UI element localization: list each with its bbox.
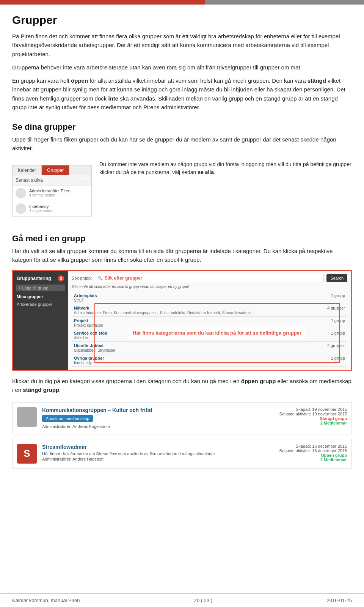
cat-sub: Projekt kalmar.se <box>74 323 103 327</box>
group-type-1: Stängd grupp <box>279 416 347 421</box>
mock-body: Senast aktiva ... Admin intranätet Piren… <box>13 175 91 217</box>
cat-name: Projekt <box>74 318 88 323</box>
callout-text-1: Du kommer inte vara medlem av någon grup… <box>99 161 351 176</box>
page-content: Grupper På Piren finns det och kommer at… <box>0 5 364 499</box>
bottom-text-3: . <box>59 387 61 393</box>
cat-sub: Innebandy <box>74 361 92 365</box>
group-cards: Kommunikationsgruppen – Kultur och friti… <box>12 402 352 469</box>
group-members-2: 2 Medlemmar <box>279 458 347 462</box>
avatar <box>17 407 37 427</box>
footer-right: 2016-01-25 <box>326 598 352 603</box>
cat-sub: Admin Intranätet Piren, Kommunikationsgr… <box>74 311 251 315</box>
cat-count: 2 grupper <box>317 342 347 354</box>
search-placeholder: Sök efter grupper <box>104 275 142 281</box>
avatar: S <box>17 444 37 464</box>
group-card-2: S Streamflowadmin Här finner du informat… <box>12 439 352 469</box>
group-admin-1: Administratörer: Andreas Fogelström <box>42 424 274 429</box>
gms-title: Grupphantering 3 <box>13 274 68 283</box>
bold-oppen: öppen <box>71 77 88 84</box>
bottom-para: Klickar du in dig på en kategori visas g… <box>12 377 352 395</box>
cat-count: 1 grupp <box>317 317 347 329</box>
bottom-bold-2: stängd grupp <box>23 387 59 393</box>
group-activity-2: Senaste aktivitet: 16 december 2015 <box>279 448 347 453</box>
groups-mock-section: Kalender Grupper Senast aktiva ... Admin… <box>12 159 352 223</box>
bold-stangd: stängd <box>308 77 326 84</box>
bar-red <box>0 0 205 5</box>
footer-left: Kalmar kommun, manual Piren <box>12 598 80 603</box>
cat-count: 1 grupp <box>317 354 347 367</box>
se-dina-grupper-text: Uppe till höger finns fliken grupper och… <box>12 135 352 153</box>
cat-name: Övriga grupper <box>74 356 104 360</box>
group-mgmt-main: Sök grupp: 🔍 Sök efter grupper Search Gl… <box>68 271 351 370</box>
se-dina-grupper-title: Se dina grupper <box>12 122 352 132</box>
group-members-1: 2 Medlemmar <box>279 421 347 425</box>
cat-count: 1 grupp <box>317 292 347 304</box>
category-table: ArbetsplatsStrUT 1 grupp NätverkAdmin In… <box>72 292 347 367</box>
bold-inte: inte <box>108 95 118 102</box>
cat-sub: Slipsklubben, Stryktipset <box>74 348 115 352</box>
search-label: Sök grupp: <box>72 276 92 280</box>
category-section: ArbetsplatsStrUT 1 grupp NätverkAdmin In… <box>72 292 347 367</box>
tab-kalender[interactable]: Kalender <box>13 165 42 175</box>
group-card-btn-1[interactable]: Ansök om medlemskap <box>42 415 93 422</box>
group-card-info-2: Streamflowadmin Här finner du informatio… <box>42 444 274 462</box>
table-row: Utanför JobbetSlipsklubben, Stryktipset … <box>72 342 347 354</box>
page-footer: Kalmar kommun, manual Piren 20 ( 23 ) 20… <box>0 593 364 607</box>
group-card-right-1: Skapad: 19 november 2015 Senaste aktivit… <box>279 407 347 425</box>
page-title: Grupper <box>12 14 352 27</box>
table-row: Övriga grupperInnebandy 1 grupp <box>72 354 347 367</box>
ga-med-text: Har du valt att se alla grupper kommer d… <box>12 247 352 264</box>
intro-paragraph-1: På Piren finns det och kommer att finnas… <box>12 32 352 58</box>
cat-count: 1 grupp <box>317 329 347 342</box>
avatar <box>16 188 26 198</box>
avatar <box>16 203 26 214</box>
search-button[interactable]: Search <box>326 274 347 282</box>
mock-tabs: Kalender Grupper <box>13 165 91 175</box>
callout-end: . <box>214 169 215 175</box>
add-group-label: Lägg till grupp <box>22 286 48 290</box>
group-created-2: Skapad: 16 december 2015 <box>279 444 347 448</box>
ga-med-title: Gå med i en grupp <box>12 234 352 244</box>
group-mgmt-mock: Grupphantering 3 + Lägg till grupp Mina … <box>12 270 352 371</box>
group-card-title-2: Streamflowadmin <box>42 444 274 450</box>
groups-ui-mock: Kalender Grupper Senast aktiva ... Admin… <box>12 165 92 217</box>
sidebar-item-mina-grupper[interactable]: Mina grupper <box>13 293 68 300</box>
add-group-button[interactable]: + Lägg till grupp <box>16 285 65 291</box>
group-card-right-2: Skapad: 16 december 2015 Senaste aktivit… <box>279 444 347 462</box>
search-box[interactable]: 🔍 Sök efter grupper <box>95 274 323 282</box>
group-card-info-1: Kommunikationsgruppen – Kultur och friti… <box>42 407 274 429</box>
cat-name: Service och stöd <box>74 331 107 335</box>
list-item: Admin intranätet Piren 4 timmar sedan <box>13 186 91 201</box>
group-description-2: Här finner du information om Streamflow … <box>42 451 274 456</box>
group-name-1: Admin intranätet Piren <box>29 189 71 193</box>
cat-sub: StrUT <box>74 298 84 302</box>
cat-sub: Aktiv Liv <box>74 336 88 340</box>
table-row: NätverkAdmin Intranätet Piren, Kommunika… <box>72 304 347 317</box>
group-type-2: Öppen grupp <box>279 453 347 458</box>
gms-title-label: Grupphantering <box>17 276 51 281</box>
group-activity-1: Senaste aktivitet: 19 november 2015 <box>279 412 347 416</box>
groups-callout-text: Du kommer inte vara medlem av någon grup… <box>99 159 352 177</box>
intro-paragraph-3: En grupp kan vara helt öppen för alla an… <box>12 76 352 112</box>
sidebar-item-arkiverade-grupper[interactable]: Arkiverade grupper <box>13 300 68 308</box>
gms-badge: 3 <box>58 275 64 281</box>
tab-grupper[interactable]: Grupper <box>42 165 69 175</box>
group-mgmt-sidebar: Grupphantering 3 + Lägg till grupp Mina … <box>13 271 68 370</box>
footer-center: 20 ( 23 ) <box>194 598 212 603</box>
search-row: Sök grupp: 🔍 Sök efter grupper Search <box>72 274 347 282</box>
plus-icon: + <box>18 286 20 290</box>
group-created-1: Skapad: 19 november 2015 <box>279 407 347 412</box>
group-name-2: Innebandy <box>29 204 53 209</box>
group-card-1: Kommunikationsgruppen – Kultur och friti… <box>12 402 352 434</box>
top-bars <box>0 0 364 5</box>
bottom-bold-1: öppen grupp <box>241 378 276 384</box>
group-time-1: 4 timmar sedan <box>29 193 71 197</box>
search-hint: Glöm inte att söka efter en snarlik grup… <box>72 285 347 289</box>
table-row: Service och stödAktiv Liv 1 grupp <box>72 329 347 342</box>
mock-dots[interactable]: ... <box>82 177 88 184</box>
bottom-text-1: Klickar du in dig på en kategori visas g… <box>12 378 241 384</box>
cat-count: 4 grupper <box>317 304 347 317</box>
intro-paragraph-2: Grupperna behöver inte vara arbetsrelate… <box>12 63 352 72</box>
senast-aktiva-label: Senast aktiva <box>16 178 43 183</box>
mock-header: Senast aktiva ... <box>13 175 91 186</box>
